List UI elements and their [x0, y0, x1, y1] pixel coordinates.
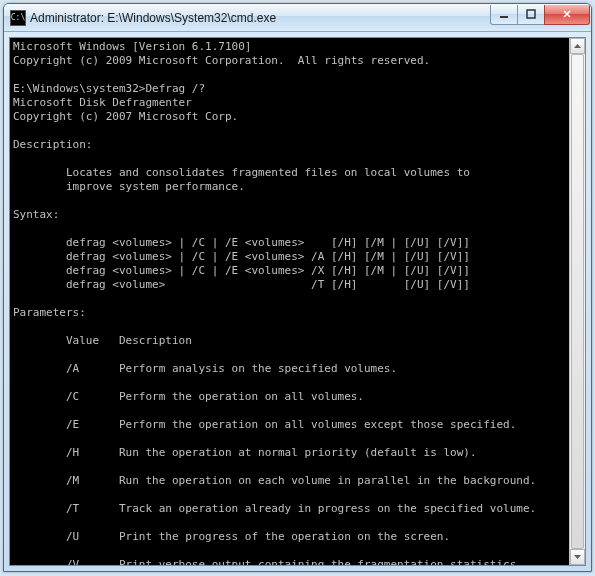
- window-controls: [491, 5, 590, 25]
- scroll-thumb[interactable]: [571, 54, 584, 549]
- minimize-icon: [499, 9, 509, 19]
- vertical-scrollbar[interactable]: [569, 38, 585, 565]
- svg-rect-1: [527, 10, 535, 18]
- param-row: /E Perform the operation on all volumes …: [13, 418, 516, 431]
- param-row: /V Print verbose output containing the f…: [13, 558, 523, 565]
- text-line: Locates and consolidates fragmented file…: [13, 166, 470, 179]
- chevron-down-icon: [574, 555, 581, 559]
- param-row: /T Track an operation already in progres…: [13, 502, 536, 515]
- maximize-button[interactable]: [517, 5, 545, 25]
- chevron-up-icon: [574, 44, 581, 48]
- scroll-up-button[interactable]: [570, 38, 585, 54]
- text-line: Microsoft Disk Defragmenter: [13, 96, 192, 109]
- scroll-track[interactable]: [570, 54, 585, 549]
- close-icon: [562, 9, 572, 19]
- syntax-line: defrag <volumes> | /C | /E <volumes> [/H…: [13, 236, 470, 249]
- svg-rect-0: [500, 16, 508, 18]
- section-heading: Description:: [13, 138, 92, 151]
- close-button[interactable]: [544, 5, 590, 25]
- text-line: Copyright (c) 2007 Microsoft Corp.: [13, 110, 238, 123]
- maximize-icon: [526, 9, 536, 19]
- syntax-line: defrag <volume> /T [/H] [/U] [/V]]: [13, 278, 470, 291]
- param-header: Value Description: [13, 334, 192, 347]
- syntax-line: defrag <volumes> | /C | /E <volumes> /A …: [13, 250, 470, 263]
- titlebar[interactable]: C:\ Administrator: E:\Windows\System32\c…: [4, 4, 591, 32]
- scroll-down-button[interactable]: [570, 549, 585, 565]
- param-row: /H Run the operation at normal priority …: [13, 446, 477, 459]
- param-row: /C Perform the operation on all volumes.: [13, 390, 364, 403]
- syntax-line: defrag <volumes> | /C | /E <volumes> /X …: [13, 264, 470, 277]
- cmd-window: C:\ Administrator: E:\Windows\System32\c…: [3, 3, 592, 572]
- prompt-line: E:\Windows\system32>Defrag /?: [13, 82, 205, 95]
- param-row: /U Print the progress of the operation o…: [13, 530, 450, 543]
- section-heading: Parameters:: [13, 306, 86, 319]
- text-line: improve system performance.: [13, 180, 245, 193]
- text-line: Copyright (c) 2009 Microsoft Corporation…: [13, 54, 430, 67]
- window-title: Administrator: E:\Windows\System32\cmd.e…: [30, 11, 491, 25]
- param-row: /M Run the operation on each volume in p…: [13, 474, 536, 487]
- terminal-output[interactable]: Microsoft Windows [Version 6.1.7100] Cop…: [10, 38, 569, 565]
- terminal-client-area: Microsoft Windows [Version 6.1.7100] Cop…: [9, 37, 586, 566]
- section-heading: Syntax:: [13, 208, 59, 221]
- param-row: /A Perform analysis on the specified vol…: [13, 362, 397, 375]
- cmd-icon: C:\: [10, 10, 26, 26]
- minimize-button[interactable]: [490, 5, 518, 25]
- text-line: Microsoft Windows [Version 6.1.7100]: [13, 40, 251, 53]
